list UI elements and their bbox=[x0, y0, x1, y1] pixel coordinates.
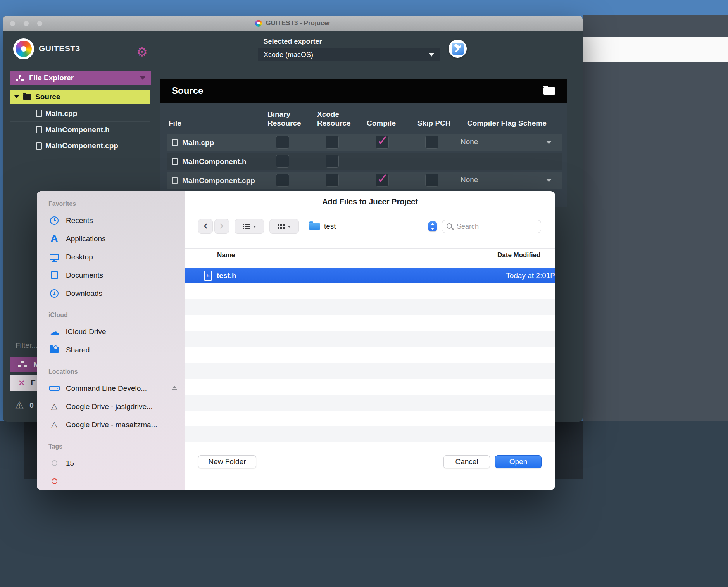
table-row[interactable]: MainComponent.cpp ✓ None bbox=[167, 172, 562, 189]
checkmark: ✓ bbox=[377, 171, 388, 186]
group-view-button[interactable] bbox=[269, 219, 299, 234]
folder-popup[interactable]: test bbox=[308, 220, 437, 233]
file-icon bbox=[36, 126, 42, 133]
sidebar-item-command-line-developer[interactable]: Command Line Develo... bbox=[48, 379, 177, 397]
search-input[interactable] bbox=[457, 223, 537, 231]
table-row[interactable]: MainComponent.h bbox=[167, 153, 562, 170]
favorites-heading: Favorites bbox=[48, 200, 177, 209]
panel-label: E bbox=[31, 379, 36, 387]
google-drive-icon bbox=[51, 402, 58, 411]
sidebar-item-applications[interactable]: Applications bbox=[48, 230, 177, 248]
window-titlebar[interactable]: GUITEST3 - Projucer bbox=[3, 16, 583, 31]
file-icon bbox=[172, 139, 178, 146]
xcode-icon bbox=[452, 43, 464, 55]
file-name: Main.cpp bbox=[182, 138, 214, 147]
xcode-resource-checkbox[interactable] bbox=[326, 155, 339, 168]
search-field[interactable] bbox=[442, 220, 541, 233]
zoom-button[interactable] bbox=[37, 21, 43, 26]
warnings-indicator[interactable]: ⚠ 0 bbox=[15, 400, 34, 411]
flag-scheme-dropdown[interactable]: None bbox=[461, 138, 478, 146]
applications-icon bbox=[51, 234, 58, 243]
binary-resource-checkbox[interactable] bbox=[276, 136, 289, 149]
divider bbox=[185, 264, 555, 264]
open-button[interactable]: Open bbox=[495, 455, 542, 468]
file-icon bbox=[172, 158, 178, 165]
dialog-sidebar: Favorites Recents Applications Desktop D… bbox=[37, 191, 185, 490]
header-file-icon: h bbox=[204, 271, 212, 281]
sidebar-item-tag-red[interactable] bbox=[48, 472, 177, 490]
folder-icon[interactable] bbox=[543, 87, 555, 95]
xcode-resource-checkbox[interactable] bbox=[326, 174, 339, 187]
file-date-modified: Today at 2:01P bbox=[506, 271, 555, 280]
tree-item-source[interactable]: Source bbox=[10, 90, 150, 104]
settings-gear-icon[interactable]: ⚙ bbox=[136, 46, 148, 58]
forward-button[interactable]: › bbox=[214, 219, 229, 234]
filter-input[interactable]: Filter... bbox=[16, 341, 38, 350]
list-view-button[interactable] bbox=[235, 219, 264, 234]
tree-item-maincomponent-h[interactable]: MainComponent.h bbox=[10, 121, 150, 138]
skip-pch-checkbox[interactable] bbox=[425, 136, 438, 149]
file-explorer-header[interactable]: File Explorer bbox=[10, 71, 151, 85]
file-name: test.h bbox=[217, 271, 236, 280]
eject-icon[interactable] bbox=[172, 386, 177, 391]
sidebar-item-shared[interactable]: Shared bbox=[48, 341, 177, 359]
file-row-selected[interactable]: h test.h Today at 2:01P bbox=[185, 268, 555, 283]
launch-xcode-button[interactable] bbox=[449, 40, 467, 58]
window-title: GUITEST3 - Projucer bbox=[255, 19, 330, 27]
compile-checkbox[interactable]: ✓ bbox=[376, 174, 389, 187]
table-row[interactable]: Main.cpp ✓ None bbox=[167, 134, 562, 151]
flag-scheme-dropdown[interactable]: None bbox=[461, 176, 478, 184]
xcode-resource-checkbox[interactable] bbox=[326, 136, 339, 149]
traffic-lights bbox=[10, 21, 43, 26]
sidebar-item-label: Applications bbox=[66, 235, 105, 243]
divider bbox=[185, 447, 555, 447]
background-white-strip bbox=[583, 37, 728, 62]
column-name[interactable]: Name bbox=[217, 251, 235, 259]
close-button[interactable] bbox=[10, 21, 16, 26]
sidebar-item-recents[interactable]: Recents bbox=[48, 211, 177, 230]
divider bbox=[185, 248, 555, 249]
minimize-button[interactable] bbox=[23, 21, 29, 26]
file-name: MainComponent.cpp bbox=[182, 176, 255, 185]
binary-resource-checkbox[interactable] bbox=[276, 174, 289, 187]
chevron-down-icon bbox=[140, 76, 145, 80]
window-title-text: GUITEST3 - Projucer bbox=[266, 19, 330, 27]
documents-icon bbox=[51, 271, 58, 279]
projucer-icon bbox=[255, 20, 262, 27]
sidebar-item-label: Downloads bbox=[66, 289, 102, 298]
skip-pch-checkbox[interactable] bbox=[425, 174, 438, 187]
downloads-icon bbox=[50, 289, 59, 298]
chevron-down-icon bbox=[429, 53, 434, 57]
popup-stepper-icon[interactable] bbox=[428, 221, 437, 231]
sidebar-item-desktop[interactable]: Desktop bbox=[48, 248, 177, 266]
source-panel-title: Source bbox=[172, 85, 203, 96]
column-binary-resource: Binary Resource bbox=[267, 110, 306, 128]
exporter-dropdown[interactable]: Xcode (macOS) bbox=[258, 48, 440, 61]
sidebar-item-google-drive-1[interactable]: Google Drive - jaslgdrive... bbox=[48, 397, 177, 416]
tree-item-label: Main.cpp bbox=[45, 109, 77, 118]
cancel-button[interactable]: Cancel bbox=[443, 455, 490, 468]
back-button[interactable]: ‹ bbox=[198, 219, 213, 234]
sidebar-item-documents[interactable]: Documents bbox=[48, 266, 177, 284]
compile-checkbox[interactable]: ✓ bbox=[376, 136, 389, 149]
sidebar-item-label: iCloud Drive bbox=[66, 328, 106, 336]
column-file: File bbox=[169, 119, 181, 128]
icloud-heading: iCloud bbox=[48, 312, 177, 320]
sidebar-item-tag-15[interactable]: 15 bbox=[48, 454, 177, 472]
tree-item-maincomponent-cpp[interactable]: MainComponent.cpp bbox=[10, 138, 150, 154]
shared-folder-icon bbox=[50, 347, 59, 353]
sidebar-item-google-drive-2[interactable]: Google Drive - masaltzma... bbox=[48, 416, 177, 434]
new-folder-button[interactable]: New Folder bbox=[198, 455, 256, 468]
selected-exporter-label: Selected exporter bbox=[219, 38, 366, 46]
tree-item-main-cpp[interactable]: Main.cpp bbox=[10, 105, 150, 121]
empty-file-rows bbox=[185, 283, 555, 443]
sidebar-item-icloud-drive[interactable]: iCloud Drive bbox=[48, 323, 177, 341]
table-header: File Binary Resource Xcode Resource Comp… bbox=[160, 103, 567, 134]
column-date-modified[interactable]: Date Modified bbox=[497, 251, 540, 259]
binary-resource-checkbox[interactable] bbox=[276, 155, 289, 168]
project-name: GUITEST3 bbox=[39, 44, 80, 53]
sidebar-item-downloads[interactable]: Downloads bbox=[48, 284, 177, 302]
tree-item-label: Source bbox=[35, 93, 60, 101]
file-name: MainComponent.h bbox=[182, 157, 247, 166]
modules-icon bbox=[18, 361, 28, 368]
